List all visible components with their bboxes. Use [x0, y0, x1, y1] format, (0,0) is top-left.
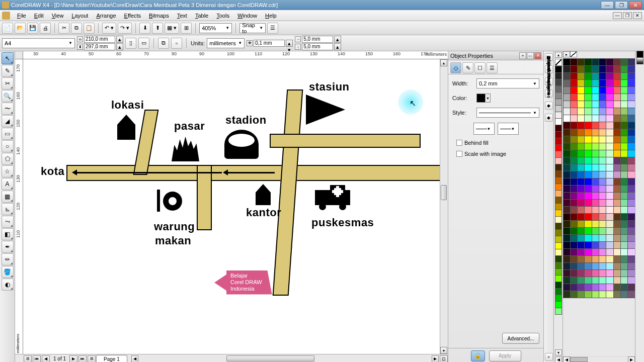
- color-swatch[interactable]: [592, 129, 599, 136]
- color-swatch[interactable]: [563, 248, 571, 256]
- color-swatch[interactable]: [570, 164, 578, 171]
- color-swatch[interactable]: [563, 150, 571, 157]
- color-swatch[interactable]: [592, 101, 599, 108]
- color-swatch[interactable]: [599, 206, 606, 214]
- color-swatch[interactable]: [627, 284, 635, 291]
- text-tool[interactable]: A: [2, 178, 14, 190]
- market-icon[interactable]: [172, 134, 199, 161]
- color-swatch[interactable]: [555, 92, 562, 99]
- page-tab-1[interactable]: Page 1: [96, 355, 127, 363]
- docker-close-button[interactable]: ✕: [534, 52, 541, 59]
- crop-tool[interactable]: ✂: [2, 77, 14, 89]
- color-swatch[interactable]: [570, 72, 578, 80]
- paste-button[interactable]: 📋: [84, 23, 95, 34]
- page-height-input[interactable]: 297,0 mm: [84, 43, 115, 50]
- color-swatch[interactable]: [577, 262, 585, 270]
- color-swatch[interactable]: [599, 122, 606, 129]
- color-swatch[interactable]: [613, 241, 621, 249]
- options-button[interactable]: ☰: [267, 23, 278, 34]
- color-swatch[interactable]: [555, 308, 562, 315]
- color-swatch[interactable]: [627, 291, 635, 298]
- color-swatch[interactable]: [563, 291, 571, 298]
- color-swatch[interactable]: [563, 79, 571, 87]
- freehand-tool[interactable]: 〜: [2, 103, 14, 115]
- color-swatch[interactable]: [627, 171, 635, 178]
- color-swatch[interactable]: [592, 234, 599, 242]
- color-swatch[interactable]: [627, 227, 635, 235]
- color-swatch[interactable]: [555, 79, 562, 86]
- road-main-v[interactable]: [273, 89, 303, 296]
- color-swatch[interactable]: [606, 199, 613, 207]
- color-swatch[interactable]: [613, 255, 621, 263]
- color-swatch[interactable]: [577, 164, 585, 171]
- color-swatch[interactable]: [555, 229, 562, 236]
- color-swatch[interactable]: [577, 58, 585, 66]
- color-swatch[interactable]: [563, 115, 571, 122]
- color-swatch[interactable]: [555, 144, 562, 151]
- color-swatch[interactable]: [606, 248, 613, 256]
- color-swatch[interactable]: [627, 262, 635, 270]
- color-swatch[interactable]: [570, 277, 578, 284]
- color-swatch[interactable]: [627, 143, 635, 150]
- color-swatch[interactable]: [620, 143, 628, 150]
- color-swatch[interactable]: [577, 171, 585, 178]
- start-arrowhead[interactable]: ▼: [473, 123, 495, 135]
- color-swatch[interactable]: [592, 164, 599, 171]
- color-swatch[interactable]: [570, 206, 578, 214]
- doc-restore-button[interactable]: ❐: [623, 12, 632, 19]
- open-button[interactable]: 📂: [15, 23, 26, 34]
- color-swatch[interactable]: [606, 65, 613, 73]
- color-swatch[interactable]: [584, 248, 592, 256]
- color-swatch[interactable]: [613, 122, 621, 129]
- ambulance-icon[interactable]: [315, 185, 350, 210]
- color-swatch[interactable]: [570, 284, 578, 291]
- color-swatch[interactable]: [563, 86, 571, 94]
- color-swatch[interactable]: [584, 220, 592, 228]
- color-swatch[interactable]: [584, 129, 592, 136]
- color-swatch[interactable]: [570, 291, 578, 298]
- outline-tool[interactable]: ✏: [2, 253, 14, 265]
- color-swatch[interactable]: [577, 291, 585, 298]
- color-swatch[interactable]: [570, 262, 578, 270]
- color-swatch[interactable]: [577, 206, 585, 214]
- color-swatch[interactable]: [584, 206, 592, 214]
- color-swatch[interactable]: [577, 150, 585, 157]
- color-swatch[interactable]: [606, 262, 613, 270]
- save-button[interactable]: 💾: [27, 23, 38, 34]
- color-swatch[interactable]: [627, 129, 635, 136]
- color-swatch[interactable]: [613, 150, 621, 157]
- color-swatch[interactable]: [613, 136, 621, 143]
- color-swatch[interactable]: [613, 291, 621, 298]
- menu-text[interactable]: Text: [173, 12, 191, 20]
- color-swatch[interactable]: [584, 284, 592, 291]
- color-swatch[interactable]: [570, 101, 578, 108]
- color-swatch[interactable]: [592, 248, 599, 256]
- color-swatch[interactable]: [599, 284, 606, 291]
- color-swatch[interactable]: [620, 213, 628, 221]
- color-swatch[interactable]: [570, 150, 578, 157]
- dup-x-input[interactable]: 5,0 mm: [302, 36, 333, 43]
- color-swatch[interactable]: [577, 157, 585, 164]
- color-swatch[interactable]: [563, 199, 571, 207]
- color-swatch[interactable]: [599, 101, 606, 108]
- color-swatch[interactable]: [613, 213, 621, 221]
- color-swatch[interactable]: [620, 178, 628, 186]
- color-swatch[interactable]: [592, 94, 599, 101]
- color-swatch[interactable]: [584, 234, 592, 242]
- color-swatch[interactable]: [570, 269, 578, 277]
- color-swatch[interactable]: [606, 79, 613, 87]
- color-swatch[interactable]: [599, 178, 606, 186]
- color-swatch[interactable]: [627, 115, 635, 122]
- color-swatch[interactable]: [563, 65, 571, 73]
- palette-up-button[interactable]: ▴: [555, 52, 562, 58]
- color-swatch[interactable]: [599, 262, 606, 270]
- color-swatch[interactable]: [555, 288, 562, 295]
- color-swatch[interactable]: [555, 203, 562, 210]
- color-swatch[interactable]: [555, 275, 562, 282]
- canvas[interactable]: kota lokasi pasar stadion stasiun kantor…: [23, 59, 440, 354]
- scroll-thumb[interactable]: [441, 185, 447, 200]
- color-swatch[interactable]: [584, 269, 592, 277]
- color-swatch[interactable]: [555, 282, 562, 289]
- color-swatch[interactable]: [620, 171, 628, 178]
- color-swatch[interactable]: [592, 86, 599, 94]
